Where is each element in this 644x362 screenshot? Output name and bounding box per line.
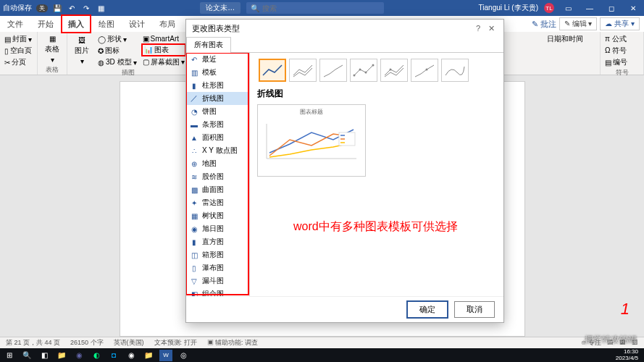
- comments-button[interactable]: ✎ 批注: [532, 19, 556, 30]
- share-button[interactable]: ☁ 共享 ▾: [600, 17, 640, 30]
- taskbar-chrome-icon[interactable]: ◉: [125, 350, 138, 361]
- view-web-icon[interactable]: ▥: [632, 338, 638, 348]
- pictures-button[interactable]: 🖼 图片▾: [70, 35, 93, 67]
- status-words[interactable]: 26150 个字: [70, 338, 104, 348]
- tab-draw[interactable]: 绘图: [91, 16, 122, 32]
- treemap-icon: ▦: [189, 211, 199, 221]
- dialog-close-icon[interactable]: ✕: [485, 24, 498, 33]
- start-button[interactable]: ⊞: [3, 350, 16, 361]
- chart-category-pie[interactable]: ◔饼图: [186, 105, 249, 118]
- status-page[interactable]: 第 21 页，共 44 页: [6, 338, 60, 348]
- autosave-toggle[interactable]: 关: [36, 4, 48, 12]
- shapes-button[interactable]: ◯ 形状 ▾: [96, 33, 138, 45]
- taskbar-edge-icon[interactable]: ◐: [90, 350, 103, 361]
- symbol-button[interactable]: Ω 符号: [603, 45, 640, 56]
- line-subtype-2[interactable]: [289, 59, 317, 82]
- view-print-icon[interactable]: ▦: [619, 338, 626, 348]
- line-subtype-4[interactable]: [350, 59, 377, 82]
- chart-category-column[interactable]: ▮柱形图: [186, 79, 249, 92]
- line-subtype-3[interactable]: [319, 59, 347, 82]
- tab-insert[interactable]: 插入: [61, 14, 91, 33]
- taskbar-folder-icon[interactable]: 📁: [142, 350, 155, 361]
- window-minimize[interactable]: ―: [582, 4, 598, 12]
- chart-category-histogram[interactable]: ▮直方图: [186, 235, 249, 248]
- dialog-help-icon[interactable]: ?: [472, 24, 485, 33]
- svg-point-5: [426, 69, 428, 71]
- taskbar-app-icon[interactable]: ◎: [177, 350, 190, 361]
- search-box[interactable]: 🔍: [246, 2, 384, 14]
- line-subtype-6[interactable]: [411, 59, 438, 82]
- equation-button[interactable]: π 公式: [603, 33, 640, 45]
- chart-category-stock[interactable]: ≋股价图: [186, 170, 249, 183]
- line-subtype-1[interactable]: [259, 59, 286, 82]
- tab-design[interactable]: 设计: [122, 16, 152, 32]
- tab-file[interactable]: 文件: [0, 16, 30, 32]
- 3dmodel-button[interactable]: ◍ 3D 模型 ▾: [96, 56, 138, 68]
- status-accessibility[interactable]: ▣ 辅助功能: 调查: [207, 338, 259, 348]
- chart-category-template[interactable]: ▥模板: [186, 66, 249, 79]
- cancel-button[interactable]: 取消: [454, 301, 495, 318]
- autosave-label: 自动保存: [3, 3, 32, 13]
- chart-category-sunburst[interactable]: ◉旭日图: [186, 222, 249, 235]
- taskbar-clock[interactable]: 16:302023/4/5: [616, 349, 641, 362]
- window-restore-icon[interactable]: ▭: [560, 4, 576, 12]
- chart-category-surface[interactable]: ▩曲面图: [186, 183, 249, 196]
- chart-preview[interactable]: 图表标题: [257, 104, 366, 177]
- status-language[interactable]: 英语(美国): [114, 338, 144, 348]
- ok-button[interactable]: 确定: [406, 300, 448, 319]
- window-maximize[interactable]: ◻: [603, 4, 619, 12]
- blank-page[interactable]: ▯ 空白页: [3, 45, 34, 56]
- svg-point-1: [359, 69, 361, 71]
- redo-icon[interactable]: ↷: [81, 3, 91, 13]
- cover-page[interactable]: ▤ 封面 ▾: [3, 33, 34, 45]
- number-button[interactable]: ▤ 编号: [603, 56, 640, 68]
- save-icon[interactable]: 💾: [52, 3, 62, 13]
- chart-category-recent[interactable]: ↶最近: [186, 53, 249, 66]
- page-break[interactable]: ✂ 分页: [3, 56, 34, 68]
- dialog-tab-all-charts[interactable]: 所有图表: [186, 37, 231, 53]
- smartart-button[interactable]: ▣ SmartArt: [141, 34, 186, 43]
- chart-button[interactable]: 📊 图表: [141, 43, 186, 56]
- datetime-button[interactable]: 日期和时间: [545, 33, 597, 45]
- taskbar-teams-icon[interactable]: ◉: [72, 350, 85, 361]
- status-focus[interactable]: ⊙ 专注: [581, 338, 601, 348]
- chart-category-box[interactable]: ◫箱形图: [186, 248, 249, 261]
- chart-category-line[interactable]: ／折线图: [186, 92, 249, 105]
- user-avatar[interactable]: TL: [544, 3, 554, 13]
- table-button[interactable]: ▦ 表格▾: [41, 33, 64, 65]
- tab-layout[interactable]: 布局: [152, 16, 183, 32]
- undo-icon[interactable]: ↶: [67, 3, 77, 13]
- icons-button[interactable]: ✪ 图标: [96, 45, 138, 56]
- chart-category-treemap[interactable]: ▦树状图: [186, 209, 249, 222]
- view-read-icon[interactable]: ▤: [607, 338, 614, 348]
- chart-category-scatter[interactable]: ∴X Y 散点图: [186, 144, 249, 157]
- print-icon[interactable]: ▦: [96, 3, 106, 13]
- chart-category-combo[interactable]: ◧组合图: [186, 287, 249, 296]
- taskbar-explorer-icon[interactable]: 📁: [55, 350, 68, 361]
- taskbar-outlook-icon[interactable]: ◘: [107, 350, 120, 361]
- taskbar-word-icon[interactable]: W: [159, 350, 172, 361]
- tab-home[interactable]: 开始: [30, 16, 61, 32]
- window-close[interactable]: ✕: [625, 4, 641, 12]
- chart-category-map[interactable]: ⊕地图: [186, 157, 249, 170]
- taskbar-search-icon[interactable]: 🔍: [20, 350, 33, 361]
- funnel-icon: ▽: [189, 276, 199, 286]
- chart-category-waterfall[interactable]: ▯瀑布图: [186, 261, 249, 274]
- search-input[interactable]: [262, 4, 380, 12]
- user-name[interactable]: Tiangui Li (李天贵): [479, 3, 538, 13]
- line-subtype-7[interactable]: [441, 59, 469, 82]
- edit-button[interactable]: ✎ 编辑 ▾: [559, 17, 598, 30]
- surface-icon: ▩: [189, 185, 199, 195]
- chart-category-bar[interactable]: ▬条形图: [186, 118, 249, 131]
- search-icon: 🔍: [251, 4, 259, 12]
- table-icon: ▦: [49, 35, 56, 43]
- chart-category-radar[interactable]: ✦雷达图: [186, 196, 249, 209]
- taskbar-taskview-icon[interactable]: ◧: [38, 350, 51, 361]
- document-name[interactable]: 论文未…: [200, 2, 241, 14]
- chart-category-area[interactable]: ▲面积图: [186, 131, 249, 144]
- status-text-predict[interactable]: 文本预测: 打开: [154, 338, 197, 348]
- line-subtype-5[interactable]: [380, 59, 408, 82]
- chart-category-funnel[interactable]: ▽漏斗图: [186, 274, 249, 287]
- screenshot-button[interactable]: ▢ 屏幕截图 ▾: [141, 56, 186, 68]
- svg-point-0: [354, 75, 356, 77]
